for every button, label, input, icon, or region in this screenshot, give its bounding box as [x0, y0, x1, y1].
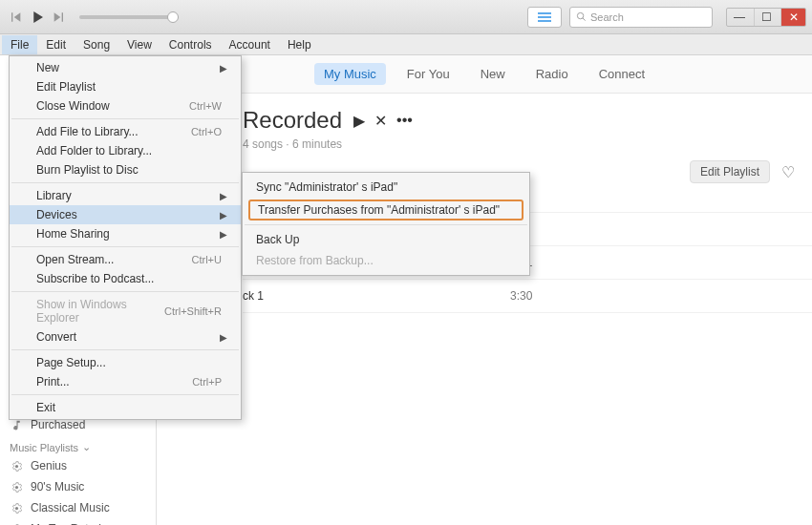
menu-item-add-file-to-library[interactable]: Add File to Library...Ctrl+O — [10, 122, 241, 141]
gear-icon — [10, 480, 23, 494]
next-track-button[interactable] — [50, 8, 69, 27]
playlist-meta: 4 songs · 6 minutes — [243, 137, 812, 151]
nav-tabs: My MusicFor YouNewRadioConnect — [157, 55, 812, 94]
menu-view[interactable]: View — [118, 35, 160, 54]
menu-item-edit-playlist[interactable]: Edit Playlist — [10, 77, 241, 96]
play-icon[interactable]: ▶ — [353, 112, 365, 130]
menu-controls[interactable]: Controls — [160, 35, 221, 54]
svg-point-3 — [577, 12, 583, 18]
submenu-item-back-up[interactable]: Back Up — [243, 229, 529, 250]
volume-slider[interactable] — [79, 15, 175, 19]
menu-item-convert[interactable]: Convert▶ — [10, 327, 241, 346]
track-row[interactable]: ck 13:30 — [243, 280, 812, 313]
chevron-down-icon: ⌄ — [82, 441, 91, 453]
track-name: ck 1 — [243, 289, 510, 303]
submenu-arrow-icon: ▶ — [220, 210, 227, 220]
shortcut-label: Ctrl+Shift+R — [164, 305, 222, 317]
menu-file[interactable]: File — [2, 35, 37, 54]
menu-song[interactable]: Song — [75, 35, 118, 54]
menu-item-new[interactable]: New▶ — [10, 58, 241, 77]
svg-point-7 — [14, 506, 17, 509]
submenu-item-sync-administrator-s-ipad[interactable]: Sync "Administrator' s iPad" — [243, 177, 529, 198]
menu-item-devices[interactable]: Devices▶ — [10, 205, 241, 224]
minimize-button[interactable]: — — [727, 9, 752, 26]
menu-help[interactable]: Help — [279, 35, 320, 54]
sidebar-item-classical-music[interactable]: Classical Music — [0, 497, 156, 518]
play-button[interactable] — [28, 8, 47, 27]
shortcut-label: Ctrl+U — [192, 254, 222, 265]
tab-radio[interactable]: Radio — [526, 63, 578, 85]
gear-icon — [10, 501, 23, 514]
svg-point-6 — [14, 485, 17, 488]
menubar: FileEditSongViewControlsAccountHelp — [0, 34, 812, 55]
menu-item-library[interactable]: Library▶ — [10, 186, 241, 205]
search-input[interactable]: Search — [569, 7, 713, 28]
menu-item-exit[interactable]: Exit — [10, 398, 241, 417]
svg-point-5 — [14, 464, 17, 467]
list-view-button[interactable] — [527, 7, 562, 28]
sidebar-item-genius[interactable]: Genius — [0, 455, 156, 476]
gear-icon — [10, 459, 23, 472]
menu-item-home-sharing[interactable]: Home Sharing▶ — [10, 224, 241, 243]
prev-track-button[interactable] — [6, 8, 25, 27]
more-icon[interactable]: ••• — [396, 112, 413, 130]
search-placeholder: Search — [590, 11, 624, 23]
tab-my-music[interactable]: My Music — [314, 63, 386, 85]
submenu-arrow-icon: ▶ — [220, 332, 227, 343]
submenu-item-transfer-purchases-from-administrator-s-ipad[interactable]: Transfer Purchases from "Administrator' … — [248, 200, 524, 220]
submenu-arrow-icon: ▶ — [220, 229, 227, 240]
submenu-item-restore-from-backup: Restore from Backup... — [243, 250, 529, 271]
shuffle-icon[interactable]: ✕ — [374, 112, 387, 130]
devices-submenu: Sync "Administrator' s iPad"Transfer Pur… — [242, 172, 530, 276]
submenu-arrow-icon: ▶ — [220, 191, 227, 201]
edit-playlist-button[interactable]: Edit Playlist — [690, 160, 770, 183]
menu-item-page-setup[interactable]: Page Setup... — [10, 353, 241, 372]
sidebar-item-my-top-rated[interactable]: My Top Rated — [0, 518, 156, 525]
menu-item-subscribe-to-podcast[interactable]: Subscribe to Podcast... — [10, 269, 241, 288]
close-button[interactable]: ✕ — [780, 9, 805, 26]
menu-edit[interactable]: Edit — [37, 35, 75, 54]
menu-item-show-in-windows-explorer: Show in Windows ExplorerCtrl+Shift+R — [10, 295, 241, 327]
sidebar-header-music-playlists[interactable]: Music Playlists ⌄ — [0, 435, 156, 455]
svg-line-4 — [583, 18, 586, 21]
playlist-title: Recorded — [243, 107, 342, 134]
favorite-icon[interactable]: ♡ — [781, 163, 795, 181]
menu-item-open-stream[interactable]: Open Stream...Ctrl+U — [10, 250, 241, 269]
menu-item-burn-playlist-to-disc[interactable]: Burn Playlist to Disc — [10, 160, 241, 179]
track-time: 3:30 — [510, 289, 567, 303]
menu-item-add-folder-to-library[interactable]: Add Folder to Library... — [10, 141, 241, 160]
music-note-icon — [10, 418, 23, 431]
menu-account[interactable]: Account — [221, 35, 279, 54]
shortcut-label: Ctrl+W — [189, 100, 222, 112]
menu-item-close-window[interactable]: Close WindowCtrl+W — [10, 96, 241, 116]
shortcut-label: Ctrl+O — [191, 126, 222, 137]
file-menu-dropdown: New▶Edit PlaylistClose WindowCtrl+WAdd F… — [9, 55, 242, 420]
sidebar-item-90-s-music[interactable]: 90's Music — [0, 476, 156, 497]
menu-item-print[interactable]: Print...Ctrl+P — [10, 372, 241, 391]
submenu-arrow-icon: ▶ — [220, 63, 227, 74]
tab-connect[interactable]: Connect — [589, 63, 654, 85]
tab-new[interactable]: New — [471, 63, 515, 85]
tab-for-you[interactable]: For You — [397, 63, 459, 85]
shortcut-label: Ctrl+P — [192, 376, 222, 388]
maximize-button[interactable]: ☐ — [754, 9, 779, 26]
